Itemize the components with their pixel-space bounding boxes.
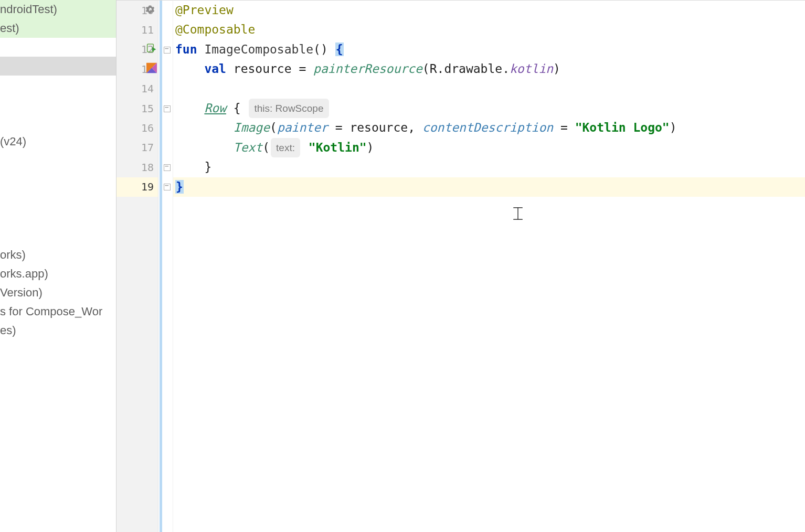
punct-token: ) [553, 62, 560, 76]
tree-item[interactable] [0, 94, 116, 113]
code-line[interactable]: @Composable [173, 20, 805, 39]
parameter-hint: text: [271, 138, 300, 157]
tree-item-label: Version) [0, 286, 43, 299]
tree-item[interactable]: Version) [0, 283, 116, 302]
project-tree-panel[interactable]: ndroidTest) est) (v24) orks) orks.app) V… [0, 0, 116, 532]
gutter-line[interactable]: 15 [116, 99, 158, 118]
tree-item[interactable]: s for Compose_Wor [0, 302, 116, 321]
tree-item[interactable]: orks.app) [0, 264, 116, 283]
brace-token: } [204, 160, 211, 174]
kotlin-icon[interactable] [146, 62, 157, 76]
punct-token: ) [367, 141, 374, 154]
punct-token: { [226, 101, 248, 115]
gear-icon[interactable] [145, 5, 155, 16]
punct-token: ( [270, 121, 277, 134]
gutter-line-current[interactable]: 19 [116, 177, 158, 197]
line-number: 16 [136, 122, 154, 134]
code-line[interactable]: @Preview [173, 1, 805, 20]
keyword-token: val [204, 62, 233, 76]
gutter-line[interactable]: 18 [116, 157, 158, 177]
tree-item-label: s for Compose_Wor [0, 305, 102, 318]
punct-token: ) [670, 121, 677, 134]
tree-item-label: orks) [0, 248, 26, 261]
code-line[interactable]: Text(text: "Kotlin") [173, 138, 805, 157]
gutter-line[interactable]: 16 [116, 118, 158, 137]
tree-item[interactable] [0, 38, 116, 57]
annotation-token: @Preview [175, 3, 234, 17]
code-line[interactable]: fun ImageComposable() { [173, 40, 805, 59]
fold-toggle-icon[interactable] [164, 47, 171, 54]
call-token: painterResource [313, 62, 422, 76]
tree-item[interactable]: ndroidTest) [0, 0, 116, 19]
fold-column[interactable] [158, 0, 173, 532]
gutter-line[interactable]: 17 [116, 138, 158, 157]
tree-item[interactable] [0, 227, 116, 246]
code-line[interactable]: Row { this: RowScope [173, 99, 805, 118]
line-number: 14 [136, 82, 154, 95]
gutter-line[interactable]: 13 [116, 59, 158, 79]
tree-item[interactable] [0, 76, 116, 94]
tree-item[interactable] [0, 151, 116, 170]
tree-item-label: es) [0, 324, 16, 337]
fold-end-icon[interactable] [164, 184, 171, 190]
punct-token: = [553, 121, 575, 134]
tree-item[interactable]: est) [0, 19, 116, 38]
identifier-token: resource, [349, 121, 422, 134]
tree-item-label: ndroidTest) [0, 3, 57, 16]
tree-item[interactable]: (v24) [0, 132, 116, 151]
indent [175, 101, 204, 115]
gutter-line[interactable]: 14 [116, 79, 158, 99]
tree-item-selected[interactable] [0, 57, 116, 76]
line-number: 19 [136, 180, 154, 193]
line-number: 18 [136, 161, 154, 174]
code-line[interactable]: val resource = painterResource(R.drawabl… [173, 59, 805, 79]
matched-brace-token: { [335, 42, 344, 56]
tree-item[interactable] [0, 170, 116, 189]
punct-token: () [313, 42, 335, 56]
code-line[interactable]: Image(painter = resource, contentDescrip… [173, 118, 805, 137]
keyword-token: fun [175, 42, 204, 56]
svg-marker-1 [152, 47, 156, 51]
ref-token: R.drawable. [430, 62, 510, 76]
gutter-line[interactable]: 11 [116, 20, 158, 39]
tree-item[interactable]: orks) [0, 246, 116, 264]
named-arg-token: painter [277, 121, 328, 134]
string-token: "Kotlin" [309, 141, 367, 154]
function-name-token: ImageComposable [204, 42, 313, 56]
identifier-token: resource = [234, 62, 313, 76]
named-arg-token: contentDescription [422, 121, 553, 134]
gutter-line[interactable]: 10 [116, 1, 158, 20]
fold-toggle-icon[interactable] [164, 105, 171, 112]
indent [175, 141, 234, 154]
punct-token: ( [262, 141, 270, 154]
app-root: ndroidTest) est) (v24) orks) orks.app) V… [0, 0, 805, 532]
run-preview-icon[interactable] [146, 43, 157, 56]
fold-end-icon[interactable] [164, 164, 171, 171]
indent [175, 160, 204, 174]
punct-token: = [328, 121, 350, 134]
tree-item-label: est) [0, 22, 19, 35]
line-number: 11 [136, 24, 154, 36]
matched-brace-token: } [175, 180, 184, 194]
text-cursor-icon: ⌶ [513, 204, 523, 222]
line-number-gutter[interactable]: 10 11 12 13 14 15 16 17 18 19 [116, 0, 158, 532]
call-token: Text [234, 141, 262, 154]
call-token: Image [234, 121, 270, 134]
line-number: 15 [136, 102, 154, 115]
tree-item[interactable] [0, 113, 116, 132]
indent [175, 121, 234, 134]
code-line[interactable]: } [173, 157, 805, 177]
tree-item[interactable]: es) [0, 321, 116, 340]
code-editor[interactable]: @Preview @Composable fun ImageComposable… [173, 0, 805, 532]
code-line-current[interactable]: } [173, 177, 805, 197]
string-token: "Kotlin Logo" [575, 121, 670, 134]
gutter-line[interactable]: 12 [116, 40, 158, 59]
tree-item[interactable] [0, 208, 116, 227]
line-number: 17 [136, 141, 154, 154]
indent [175, 62, 204, 76]
parameter-hint: this: RowScope [249, 99, 329, 118]
tree-item[interactable] [0, 189, 116, 208]
code-line[interactable] [173, 79, 805, 99]
call-token: Row [204, 101, 226, 115]
tree-item-label: orks.app) [0, 267, 48, 280]
